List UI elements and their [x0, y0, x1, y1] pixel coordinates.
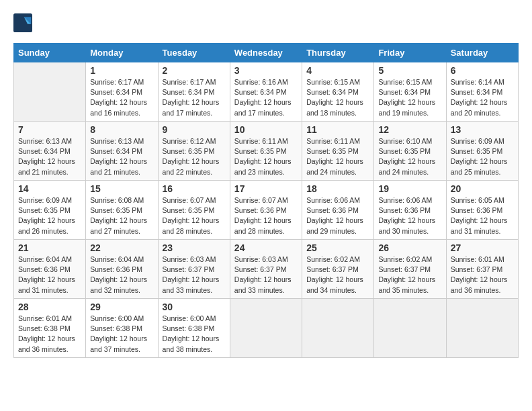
- calendar-cell: [374, 299, 446, 358]
- weekday-header-saturday: Saturday: [446, 44, 518, 62]
- day-detail: Sunrise: 6:17 AMSunset: 6:34 PMDaylight:…: [90, 77, 153, 118]
- day-number: 11: [306, 124, 369, 135]
- day-number: 12: [378, 124, 441, 135]
- calendar-table: SundayMondayTuesdayWednesdayThursdayFrid…: [13, 43, 519, 358]
- calendar-cell: 6Sunrise: 6:14 AMSunset: 6:34 PMDaylight…: [446, 62, 518, 122]
- calendar-cell: [302, 299, 374, 358]
- day-detail: Sunrise: 6:06 AMSunset: 6:36 PMDaylight:…: [378, 195, 441, 236]
- calendar-cell: [446, 299, 518, 358]
- day-number: 24: [234, 242, 298, 253]
- day-number: 26: [378, 242, 441, 253]
- day-detail: Sunrise: 6:17 AMSunset: 6:34 PMDaylight:…: [163, 77, 226, 118]
- day-detail: Sunrise: 6:04 AMSunset: 6:36 PMDaylight:…: [90, 255, 153, 295]
- calendar-cell: 28Sunrise: 6:01 AMSunset: 6:38 PMDayligh…: [14, 299, 86, 358]
- calendar-cell: 10Sunrise: 6:11 AMSunset: 6:35 PMDayligh…: [230, 122, 302, 181]
- day-number: 6: [451, 65, 514, 76]
- calendar-cell: 13Sunrise: 6:09 AMSunset: 6:35 PMDayligh…: [446, 122, 518, 181]
- day-detail: Sunrise: 6:11 AMSunset: 6:35 PMDaylight:…: [306, 136, 369, 177]
- day-number: 21: [18, 242, 81, 253]
- day-number: 13: [451, 124, 514, 135]
- calendar-cell: 18Sunrise: 6:06 AMSunset: 6:36 PMDayligh…: [302, 181, 374, 240]
- weekday-header-thursday: Thursday: [302, 44, 374, 62]
- calendar-cell: 29Sunrise: 6:00 AMSunset: 6:38 PMDayligh…: [86, 299, 158, 358]
- day-number: 23: [163, 242, 226, 253]
- day-number: 14: [18, 183, 81, 194]
- day-detail: Sunrise: 6:02 AMSunset: 6:37 PMDaylight:…: [306, 255, 369, 295]
- calendar-cell: 26Sunrise: 6:02 AMSunset: 6:37 PMDayligh…: [374, 240, 446, 299]
- day-detail: Sunrise: 6:13 AMSunset: 6:34 PMDaylight:…: [18, 136, 81, 177]
- week-row-3: 14Sunrise: 6:09 AMSunset: 6:35 PMDayligh…: [14, 181, 519, 240]
- calendar-cell: 2Sunrise: 6:17 AMSunset: 6:34 PMDaylight…: [158, 62, 230, 122]
- day-number: 9: [163, 124, 226, 135]
- day-detail: Sunrise: 6:09 AMSunset: 6:35 PMDaylight:…: [18, 195, 81, 236]
- day-number: 3: [234, 65, 298, 76]
- calendar-cell: 7Sunrise: 6:13 AMSunset: 6:34 PMDaylight…: [14, 122, 86, 181]
- day-number: 29: [90, 302, 153, 312]
- day-number: 1: [90, 65, 153, 76]
- day-number: 19: [378, 183, 441, 194]
- calendar-cell: 24Sunrise: 6:03 AMSunset: 6:37 PMDayligh…: [230, 240, 302, 299]
- calendar-cell: 14Sunrise: 6:09 AMSunset: 6:35 PMDayligh…: [14, 181, 86, 240]
- day-number: 4: [306, 65, 369, 76]
- day-number: 2: [163, 65, 226, 76]
- day-detail: Sunrise: 6:00 AMSunset: 6:38 PMDaylight:…: [90, 314, 153, 355]
- logo-icon: [13, 13, 32, 32]
- weekday-header-row: SundayMondayTuesdayWednesdayThursdayFrid…: [14, 44, 519, 62]
- day-number: 28: [18, 302, 81, 312]
- day-detail: Sunrise: 6:07 AMSunset: 6:35 PMDaylight:…: [163, 195, 226, 236]
- day-number: 5: [378, 65, 441, 76]
- day-detail: Sunrise: 6:14 AMSunset: 6:34 PMDaylight:…: [451, 77, 514, 118]
- day-number: 8: [90, 124, 153, 135]
- calendar-cell: 3Sunrise: 6:16 AMSunset: 6:34 PMDaylight…: [230, 62, 302, 122]
- calendar-cell: 17Sunrise: 6:07 AMSunset: 6:36 PMDayligh…: [230, 181, 302, 240]
- calendar-cell: 12Sunrise: 6:10 AMSunset: 6:35 PMDayligh…: [374, 122, 446, 181]
- weekday-header-sunday: Sunday: [14, 44, 86, 62]
- calendar-cell: 19Sunrise: 6:06 AMSunset: 6:36 PMDayligh…: [374, 181, 446, 240]
- day-detail: Sunrise: 6:02 AMSunset: 6:37 PMDaylight:…: [378, 255, 441, 295]
- calendar-cell: [230, 299, 302, 358]
- calendar-cell: 16Sunrise: 6:07 AMSunset: 6:35 PMDayligh…: [158, 181, 230, 240]
- day-number: 18: [306, 183, 369, 194]
- week-row-2: 7Sunrise: 6:13 AMSunset: 6:34 PMDaylight…: [14, 122, 519, 181]
- calendar-cell: 1Sunrise: 6:17 AMSunset: 6:34 PMDaylight…: [86, 62, 158, 122]
- weekday-header-monday: Monday: [86, 44, 158, 62]
- calendar-cell: 22Sunrise: 6:04 AMSunset: 6:36 PMDayligh…: [86, 240, 158, 299]
- calendar-cell: 8Sunrise: 6:13 AMSunset: 6:34 PMDaylight…: [86, 122, 158, 181]
- day-detail: Sunrise: 6:15 AMSunset: 6:34 PMDaylight:…: [306, 77, 369, 118]
- calendar-cell: 4Sunrise: 6:15 AMSunset: 6:34 PMDaylight…: [302, 62, 374, 122]
- calendar-cell: 25Sunrise: 6:02 AMSunset: 6:37 PMDayligh…: [302, 240, 374, 299]
- calendar-cell: 30Sunrise: 6:00 AMSunset: 6:38 PMDayligh…: [158, 299, 230, 358]
- calendar-cell: 23Sunrise: 6:03 AMSunset: 6:37 PMDayligh…: [158, 240, 230, 299]
- day-detail: Sunrise: 6:11 AMSunset: 6:35 PMDaylight:…: [234, 136, 298, 177]
- day-number: 30: [163, 302, 226, 312]
- day-number: 25: [306, 242, 369, 253]
- day-detail: Sunrise: 6:01 AMSunset: 6:38 PMDaylight:…: [18, 314, 81, 355]
- weekday-header-wednesday: Wednesday: [230, 44, 302, 62]
- calendar-cell: 15Sunrise: 6:08 AMSunset: 6:35 PMDayligh…: [86, 181, 158, 240]
- day-detail: Sunrise: 6:08 AMSunset: 6:35 PMDaylight:…: [90, 195, 153, 236]
- day-detail: Sunrise: 6:10 AMSunset: 6:35 PMDaylight:…: [378, 136, 441, 177]
- day-detail: Sunrise: 6:16 AMSunset: 6:34 PMDaylight:…: [234, 77, 298, 118]
- day-number: 27: [451, 242, 514, 253]
- logo: [13, 13, 35, 32]
- day-detail: Sunrise: 6:05 AMSunset: 6:36 PMDaylight:…: [451, 195, 514, 236]
- day-detail: Sunrise: 6:09 AMSunset: 6:35 PMDaylight:…: [451, 136, 514, 177]
- weekday-header-friday: Friday: [374, 44, 446, 62]
- week-row-5: 28Sunrise: 6:01 AMSunset: 6:38 PMDayligh…: [14, 299, 519, 358]
- week-row-1: 1Sunrise: 6:17 AMSunset: 6:34 PMDaylight…: [14, 62, 519, 122]
- day-detail: Sunrise: 6:07 AMSunset: 6:36 PMDaylight:…: [234, 195, 298, 236]
- weekday-header-tuesday: Tuesday: [158, 44, 230, 62]
- calendar-cell: 27Sunrise: 6:01 AMSunset: 6:37 PMDayligh…: [446, 240, 518, 299]
- calendar-cell: 9Sunrise: 6:12 AMSunset: 6:35 PMDaylight…: [158, 122, 230, 181]
- day-number: 7: [18, 124, 81, 135]
- day-detail: Sunrise: 6:00 AMSunset: 6:38 PMDaylight:…: [163, 314, 226, 355]
- day-number: 16: [163, 183, 226, 194]
- calendar-cell: [14, 62, 86, 122]
- day-number: 17: [234, 183, 298, 194]
- day-detail: Sunrise: 6:01 AMSunset: 6:37 PMDaylight:…: [451, 255, 514, 295]
- calendar-cell: 21Sunrise: 6:04 AMSunset: 6:36 PMDayligh…: [14, 240, 86, 299]
- day-detail: Sunrise: 6:15 AMSunset: 6:34 PMDaylight:…: [378, 77, 441, 118]
- day-detail: Sunrise: 6:06 AMSunset: 6:36 PMDaylight:…: [306, 195, 369, 236]
- day-number: 15: [90, 183, 153, 194]
- day-detail: Sunrise: 6:13 AMSunset: 6:34 PMDaylight:…: [90, 136, 153, 177]
